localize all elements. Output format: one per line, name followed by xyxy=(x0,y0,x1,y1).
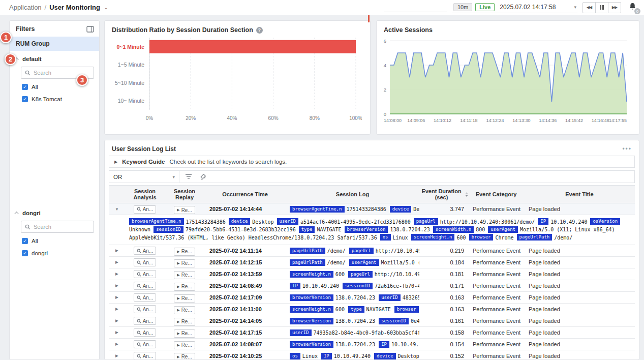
session-log-table: SessionAnalysisSessionReplayOccurrence T… xyxy=(109,185,635,360)
session-analysis-button[interactable]: An... xyxy=(134,328,157,337)
column-header-event-duration-sec-[interactable]: Event Duration (sec) xyxy=(419,188,468,200)
session-analysis-button[interactable]: An... xyxy=(134,317,157,325)
main-content: Distribution Ratio by Session Duration S… xyxy=(104,20,639,360)
session-replay-button[interactable]: ▶Re... xyxy=(174,353,195,360)
group-dongri-toggle[interactable]: dongri xyxy=(15,210,94,216)
live-badge[interactable]: Live xyxy=(475,3,495,11)
operator-value: OR xyxy=(113,174,122,180)
topbar-search-input[interactable] xyxy=(384,3,447,12)
time-range-control[interactable]: 10m Live 2025.07.02 14:17:58 ▾ xyxy=(452,2,577,13)
session-replay-button[interactable]: ▶Re... xyxy=(174,259,195,267)
occurrence-time: 2025-07-02 14:11:14 xyxy=(204,248,286,254)
collapse-row-icon[interactable]: ▼ xyxy=(109,207,125,212)
expand-row-icon[interactable]: ▶ xyxy=(109,260,125,264)
panel-resize-handle[interactable] xyxy=(368,15,370,22)
log-value: /demo/ xyxy=(327,248,346,254)
session-replay-button[interactable]: ▶Re... xyxy=(174,206,195,214)
log-value: /demo/ xyxy=(554,235,572,241)
more-menu-icon[interactable]: ••• xyxy=(622,145,632,153)
event-title: Page loaded xyxy=(524,306,635,312)
event-duration: 0.152 xyxy=(419,353,468,359)
play-icon: ▶ xyxy=(177,208,179,212)
search-input[interactable] xyxy=(34,224,84,230)
notification-bell-button[interactable]: 0 xyxy=(628,2,637,13)
breadcrumb-application[interactable]: Application xyxy=(9,4,42,11)
session-analysis-button[interactable]: An... xyxy=(134,340,157,348)
event-title: Page loaded xyxy=(524,329,635,336)
log-key-tag: IP xyxy=(321,353,332,359)
chevron-down-icon[interactable]: ▾ xyxy=(574,5,576,10)
filter-checkbox-k8s-tomcat[interactable]: ✓K8s Tomcat xyxy=(15,93,94,105)
checkbox-checked-icon[interactable]: ✓ xyxy=(22,84,28,90)
expand-row-icon[interactable]: ▶ xyxy=(109,330,125,335)
breadcrumb-user-monitoring[interactable]: User Monitoring xyxy=(49,4,100,11)
filter-checkbox-dongri[interactable]: ✓dongri xyxy=(15,247,94,259)
checkbox-checked-icon[interactable]: ✓ xyxy=(22,250,28,256)
log-key-tag: screenHeight,n xyxy=(290,306,333,313)
search-input[interactable] xyxy=(34,70,84,76)
rewind-button[interactable]: ◀◀ xyxy=(582,2,596,13)
expand-row-icon[interactable]: ▶ xyxy=(109,248,125,253)
svg-text:14:12:24: 14:12:24 xyxy=(486,118,504,123)
expanded-session-log-detail: browserAgentTime,n1751433284386deviceDes… xyxy=(109,215,635,245)
svg-text:5~10 Minute: 5~10 Minute xyxy=(115,80,144,86)
expand-row-icon[interactable]: ▶ xyxy=(109,272,125,276)
collapse-panel-icon[interactable] xyxy=(86,26,94,33)
session-analysis-button[interactable]: An... xyxy=(134,247,157,255)
operator-select[interactable]: OR ▾ xyxy=(109,171,179,183)
expand-row-icon[interactable]: ▶ xyxy=(109,318,125,323)
svg-text:14:08:00: 14:08:00 xyxy=(384,118,402,123)
forward-button[interactable]: ▶▶ xyxy=(608,2,621,13)
session-replay-button[interactable]: ▶Re... xyxy=(174,294,195,303)
event-duration: 0.181 xyxy=(419,271,468,277)
annotation-badge-1: 1 xyxy=(0,32,12,43)
session-analysis-button[interactable]: An... xyxy=(134,270,157,278)
event-category: Performance Event xyxy=(468,353,524,359)
session-replay-button[interactable]: ▶Re... xyxy=(174,248,195,256)
expand-row-icon[interactable]: ▶ xyxy=(109,283,125,288)
log-value: 72a616ce-fb70-4b44-b121-3c8e7ea15abd xyxy=(375,283,419,289)
expand-row-icon[interactable]: ▶ xyxy=(109,342,125,346)
session-analysis-button[interactable]: An... xyxy=(134,305,157,313)
session-replay-button[interactable]: ▶Re... xyxy=(174,283,195,291)
session-analysis-button[interactable]: An... xyxy=(134,282,157,290)
session-analysis-button[interactable]: An... xyxy=(134,258,157,266)
event-category: Performance Event xyxy=(468,248,524,254)
log-key-tag: sessionID xyxy=(154,226,183,233)
expand-arrow-icon: ▶ xyxy=(114,160,117,164)
pin-icon[interactable] xyxy=(200,173,206,180)
checkbox-checked-icon[interactable]: ✓ xyxy=(22,96,28,102)
chevron-up-icon xyxy=(14,212,18,216)
log-value: Linux xyxy=(393,235,408,241)
filter-checkbox-all[interactable]: ✓All xyxy=(15,235,94,247)
session-replay-button[interactable]: ▶Re... xyxy=(174,341,195,349)
session-replay-button[interactable]: ▶Re... xyxy=(174,271,195,279)
log-key-tag: userAgent xyxy=(488,226,518,233)
help-icon[interactable]: ? xyxy=(256,27,263,34)
sidebar-item-rum-group[interactable]: RUM Group xyxy=(10,37,99,51)
session-replay-button[interactable]: ▶Re... xyxy=(174,306,195,314)
session-replay-button[interactable]: ▶Re... xyxy=(174,329,195,338)
expand-row-icon[interactable]: ▶ xyxy=(109,307,125,311)
group-default-toggle[interactable]: default xyxy=(15,56,94,62)
occurrence-time: 2025-07-02 14:13:59 xyxy=(204,271,286,277)
log-key-tag: device xyxy=(229,218,251,225)
svg-text:14:17:55: 14:17:55 xyxy=(609,118,627,123)
chevron-down-icon[interactable]: ⌄ xyxy=(104,5,108,10)
keyword-guide-bar[interactable]: ▶ Keyword Guide Check out the list of ke… xyxy=(109,156,635,168)
event-category: Performance Event xyxy=(468,259,524,265)
session-analysis-button[interactable]: An... xyxy=(134,293,157,302)
session-analysis-button[interactable]: An... xyxy=(134,352,157,360)
group-dongri-search[interactable] xyxy=(21,221,94,233)
pause-button[interactable] xyxy=(595,2,608,13)
expand-row-icon[interactable]: ▶ xyxy=(109,353,125,358)
svg-text:40%: 40% xyxy=(227,115,237,121)
filter-icon[interactable] xyxy=(186,174,192,179)
checkbox-checked-icon[interactable]: ✓ xyxy=(22,238,28,244)
datetime-value[interactable]: 2025.07.02 14:17:58 xyxy=(498,4,558,11)
session-replay-button[interactable]: ▶Re... xyxy=(174,318,195,326)
expand-row-icon[interactable]: ▶ xyxy=(109,295,125,299)
session-analysis-button[interactable]: An... xyxy=(134,205,157,214)
column-header-session-replay: SessionReplay xyxy=(165,188,204,200)
time-range-badge[interactable]: 10m xyxy=(453,3,472,11)
